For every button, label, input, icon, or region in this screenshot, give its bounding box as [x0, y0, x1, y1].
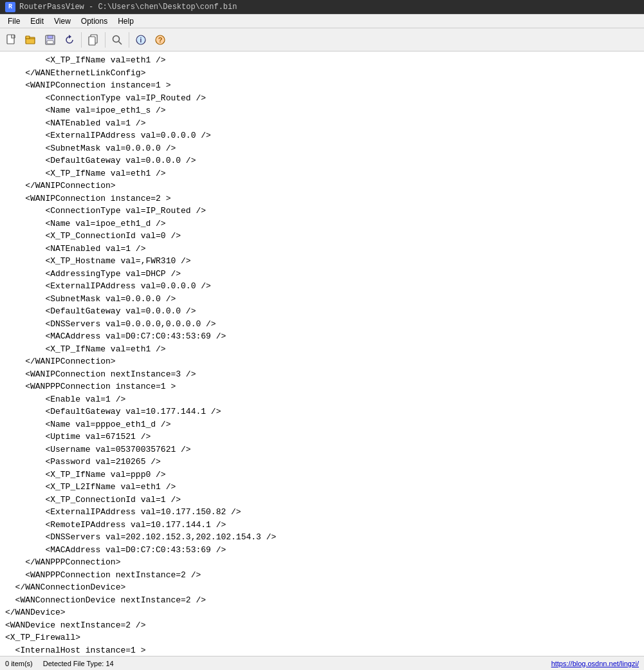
- reload-button[interactable]: [60, 31, 78, 49]
- save-button[interactable]: [41, 31, 59, 49]
- svg-marker-6: [69, 35, 71, 39]
- toolbar-separator-1: [81, 32, 82, 48]
- svg-rect-0: [7, 35, 14, 44]
- status-filetype: Detected File Type: 14: [43, 660, 114, 667]
- status-items: 0 item(s): [5, 660, 33, 667]
- titlebar: R RouterPassView - C:\Users\chen\Desktop…: [0, 0, 644, 14]
- menu-help[interactable]: Help: [113, 15, 139, 27]
- code-display: <X_TP_IfName val=eth1 /> </WANEthernetLi…: [5, 54, 639, 656]
- svg-point-9: [113, 35, 120, 42]
- menu-file[interactable]: File: [3, 15, 25, 27]
- copy-button[interactable]: [84, 31, 102, 49]
- svg-text:i: i: [140, 37, 142, 44]
- menubar: File Edit View Options Help: [0, 14, 644, 28]
- toolbar-separator-2: [105, 32, 106, 48]
- menu-options[interactable]: Options: [76, 15, 113, 27]
- about-button[interactable]: i: [132, 31, 150, 49]
- find-button[interactable]: [108, 31, 126, 49]
- svg-rect-8: [89, 37, 95, 45]
- app-icon: R: [5, 2, 15, 12]
- menu-view[interactable]: View: [49, 15, 76, 27]
- svg-line-10: [119, 41, 122, 44]
- toolbar: i ?: [0, 28, 644, 51]
- svg-rect-4: [48, 35, 53, 39]
- new-button[interactable]: [3, 31, 21, 49]
- status-left: 0 item(s) Detected File Type: 14: [5, 660, 114, 667]
- main-content: <X_TP_IfName val=eth1 /> </WANEthernetLi…: [0, 51, 644, 656]
- help-button[interactable]: ?: [151, 31, 169, 49]
- svg-rect-5: [47, 41, 53, 44]
- svg-text:?: ?: [158, 36, 163, 44]
- statusbar: 0 item(s) Detected File Type: 14 https:/…: [0, 656, 644, 670]
- toolbar-separator-3: [129, 32, 129, 48]
- svg-rect-2: [26, 36, 30, 39]
- open-button[interactable]: [22, 31, 40, 49]
- status-link[interactable]: https://blog.osdnn.net/lingzi/: [551, 660, 639, 667]
- menu-edit[interactable]: Edit: [25, 15, 49, 27]
- title-text: RouterPassView - C:\Users\chen\Desktop\c…: [19, 3, 237, 12]
